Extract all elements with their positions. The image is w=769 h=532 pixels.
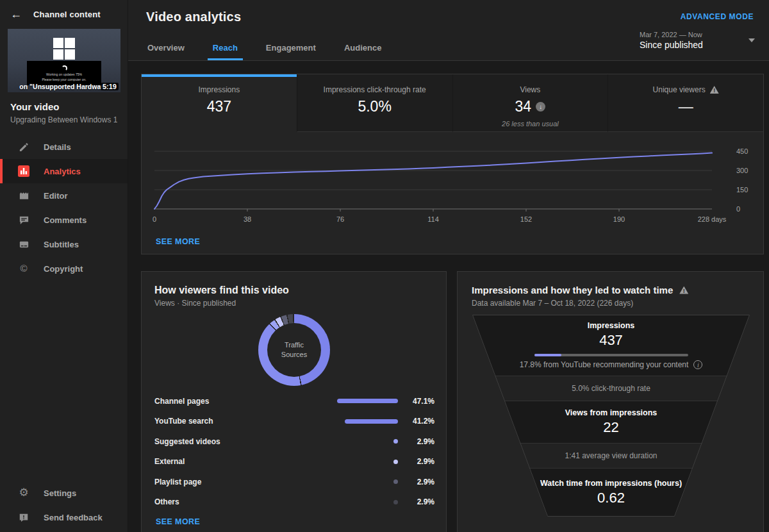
sidebar-item-subtitles[interactable]: Subtitles	[0, 232, 128, 256]
impressions-progress-bar	[534, 354, 688, 356]
tab-engagement[interactable]: Engagement	[265, 37, 317, 60]
traffic-bar	[393, 439, 398, 444]
page-header: Video analytics ADVANCED MODE Overview R…	[128, 0, 769, 61]
metric-card-impressions[interactable]: Impressions 437	[142, 74, 297, 132]
traffic-row-others[interactable]: Others 2.9%	[154, 492, 434, 513]
date-range-picker[interactable]: Mar 7, 2022 — Now Since published	[640, 31, 755, 50]
traffic-bar	[393, 460, 398, 464]
tab-audience[interactable]: Audience	[343, 37, 383, 60]
sidebar-title: Channel content	[33, 10, 101, 19]
traffic-row-youtube-search[interactable]: YouTube search 41.2%	[154, 411, 434, 432]
traffic-row-suggested-videos[interactable]: Suggested videos 2.9%	[154, 431, 434, 452]
traffic-row-channel-pages[interactable]: Channel pages 47.1%	[154, 391, 434, 411]
funnel-impressions-section: Impressions 437 17.8% from YouTube recom…	[472, 315, 750, 376]
svg-text:76: 76	[336, 215, 344, 223]
impressions-funnel-panel: Impressions and how they led to watch ti…	[457, 271, 764, 532]
date-range-value: Mar 7, 2022 — Now	[640, 31, 703, 38]
impressions-progress-fill	[534, 354, 562, 356]
impressions-line	[154, 153, 712, 209]
video-meta: Your video Upgrading Between Windows 11 …	[0, 92, 128, 132]
metric-card-unique-viewers[interactable]: Unique viewers —	[608, 74, 763, 132]
svg-text:300: 300	[736, 167, 748, 174]
funnel-views-section: Views from impressions 22	[472, 401, 750, 443]
back-arrow-icon[interactable]: ←	[10, 8, 22, 21]
editor-icon	[18, 190, 29, 201]
copyright-icon: ©	[18, 263, 29, 274]
views-note: 26 less than usual	[453, 120, 608, 128]
info-icon[interactable]: i	[693, 360, 702, 369]
thumbnail-update-overlay: Working on updates 75% Please keep your …	[27, 61, 101, 85]
funnel-panel-subtitle: Data available Mar 7 – Oct 18, 2022 (226…	[472, 299, 763, 308]
traffic-donut-center: Traffic Sources	[267, 323, 321, 377]
metric-card-views[interactable]: Views 34 ↓ 26 less than usual	[452, 74, 608, 132]
comments-icon	[18, 214, 29, 226]
traffic-sources-panel: How viewers find this video Views · Sinc…	[141, 271, 447, 532]
svg-text:0: 0	[153, 215, 156, 223]
sidebar-item-send-feedback[interactable]: Send feedback	[0, 505, 128, 529]
traffic-bar	[393, 479, 398, 484]
funnel-ctr-connector: 5.0% click-through rate	[472, 376, 750, 401]
svg-text:190: 190	[613, 215, 625, 223]
traffic-bar	[393, 500, 398, 504]
main-area: Video analytics ADVANCED MODE Overview R…	[128, 0, 769, 532]
sidebar-item-editor[interactable]: Editor	[0, 183, 128, 208]
traffic-row-external[interactable]: External 2.9%	[154, 452, 434, 472]
funnel-panel-title: Impressions and how they led to watch ti…	[472, 285, 673, 295]
reach-chart-panel: Impressions 437 Impressions click-throug…	[141, 74, 764, 254]
funnel-duration-connector: 1:41 average view duration	[472, 443, 750, 469]
funnel-watch-time-section: Watch time from impressions (hours) 0.62	[472, 469, 750, 517]
tab-reach[interactable]: Reach	[211, 37, 239, 60]
content-area: Impressions 437 Impressions click-throug…	[128, 61, 769, 532]
chart-see-more-link[interactable]: SEE MORE	[156, 237, 200, 246]
traffic-source-list: Channel pages 47.1% YouTube search 41.2%…	[154, 391, 434, 512]
date-range-text: Mar 7, 2022 — Now Since published	[640, 31, 703, 50]
traffic-panel-title: How viewers find this video	[154, 285, 446, 296]
traffic-see-more-link[interactable]: SEE MORE	[156, 517, 200, 526]
warning-triangle-icon	[710, 86, 719, 94]
line-chart: 450 300 150 0 0 38 76 114 152 190 228 da…	[142, 145, 763, 231]
video-title: Upgrading Between Windows 11 Insi...	[10, 115, 117, 124]
sidebar-item-details[interactable]: Details	[0, 135, 128, 159]
svg-text:0: 0	[736, 205, 740, 213]
impressions-funnel: Impressions 437 17.8% from YouTube recom…	[472, 315, 750, 517]
sidebar-menu: Details Analytics Editor Comments Subtit…	[0, 135, 128, 281]
sidebar-item-settings[interactable]: ⚙ Settings	[0, 481, 128, 505]
unique-viewers-label: Unique viewers	[653, 85, 706, 94]
svg-text:152: 152	[520, 215, 532, 223]
pencil-icon	[18, 141, 29, 153]
video-duration-badge: 5:19	[101, 83, 119, 90]
views-value: 34	[515, 98, 532, 115]
dropdown-caret-icon	[748, 38, 755, 42]
svg-text:114: 114	[427, 215, 439, 223]
svg-text:150: 150	[736, 186, 748, 194]
funnel-impressions-caption: 17.8% from YouTube recommending your con…	[520, 360, 689, 369]
spinner-icon	[62, 65, 67, 71]
sidebar-item-comments[interactable]: Comments	[0, 208, 128, 232]
gear-icon: ⚙	[18, 487, 29, 499]
sidebar-footer: ⚙ Settings Send feedback	[0, 481, 128, 529]
tab-overview[interactable]: Overview	[146, 37, 186, 60]
your-video-label: Your video	[10, 101, 117, 112]
page-title: Video analytics	[146, 10, 241, 24]
sidebar-header: ← Channel content	[0, 0, 128, 28]
traffic-bar	[345, 419, 398, 424]
video-thumbnail[interactable]: Working on updates 75% Please keep your …	[8, 29, 120, 92]
traffic-row-playlist-page[interactable]: Playlist page 2.9%	[154, 472, 434, 492]
sidebar: ← Channel content Working on updates 75%…	[0, 0, 128, 532]
subtitles-icon	[18, 238, 29, 250]
analytics-icon	[18, 165, 29, 177]
advanced-mode-button[interactable]: ADVANCED MODE	[681, 12, 754, 21]
sidebar-item-analytics[interactable]: Analytics	[0, 159, 128, 183]
sidebar-item-copyright[interactable]: © Copyright	[0, 256, 128, 281]
svg-text:38: 38	[244, 215, 251, 223]
trend-down-icon: ↓	[536, 102, 545, 112]
date-range-preset: Since published	[640, 40, 703, 50]
traffic-panel-subtitle: Views · Since published	[154, 299, 446, 308]
svg-text:450: 450	[736, 147, 748, 155]
traffic-bar	[337, 399, 398, 403]
warning-triangle-icon	[679, 287, 688, 294]
metric-cards: Impressions 437 Impressions click-throug…	[142, 74, 763, 132]
metric-card-ctr[interactable]: Impressions click-through rate 5.0%	[297, 74, 452, 132]
feedback-icon	[18, 511, 29, 523]
svg-text:228 days: 228 days	[698, 215, 727, 223]
